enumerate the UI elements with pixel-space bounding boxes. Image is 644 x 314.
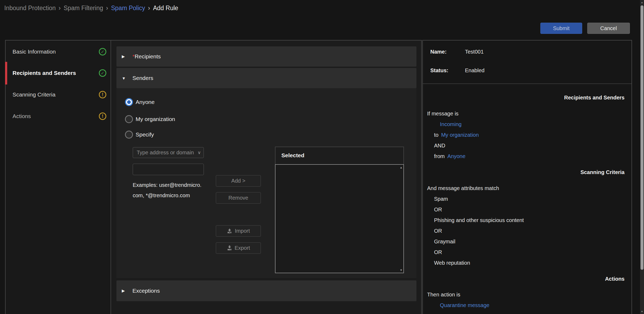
summary-text: If message is: [423, 108, 631, 119]
scrollbar-up-icon[interactable]: ▲: [640, 1, 644, 4]
summary-criteria-item: Spam: [423, 194, 631, 204]
recipients-accordion-header[interactable]: ▶ *Recipients: [116, 46, 416, 67]
scrollbar-down-icon[interactable]: ▼: [640, 310, 644, 313]
summary-criteria-item: Web reputation: [423, 257, 631, 268]
summary-criteria-operator: OR: [423, 247, 631, 257]
sidebar-item-label: Recipients and Senders: [13, 70, 99, 76]
summary-to-link[interactable]: My organization: [441, 132, 479, 138]
breadcrumb-spam-policy-link[interactable]: Spam Policy: [111, 5, 145, 11]
sidebar-item-recipients-and-senders[interactable]: Recipients and Senders ✓: [6, 67, 111, 79]
summary-text: Then action is: [423, 289, 631, 300]
status-complete-icon: ✓: [99, 69, 106, 77]
status-label: Status:: [430, 65, 448, 76]
radio-label: My organization: [136, 116, 175, 122]
examples-hint: Examples: user@trendmicro.com, *@trendmi…: [133, 180, 204, 201]
breadcrumb-add-rule: Add Rule: [153, 5, 178, 11]
add-button-label: Add >: [231, 178, 245, 184]
chevron-right-icon: ▶: [122, 54, 132, 59]
summary-criteria-operator: OR: [423, 204, 631, 215]
sidebar-item-basic-information[interactable]: Basic Information ✓: [6, 46, 111, 58]
summary-criteria-item: Graymail: [423, 236, 631, 247]
breadcrumb-spam-filtering[interactable]: Spam Filtering: [64, 5, 103, 11]
senders-section-body: Anyone My organization Specify Type addr…: [116, 88, 416, 278]
rule-summary-panel: Name: Test001 Status: Enabled Recipients…: [422, 40, 632, 314]
remove-button-label: Remove: [228, 195, 248, 201]
rule-editor-panel: Basic Information ✓ Recipients and Sende…: [5, 40, 422, 314]
step-sidebar: Basic Information ✓ Recipients and Sende…: [6, 41, 111, 314]
breadcrumb-separator: ›: [59, 5, 61, 11]
status-warning-icon: !: [99, 91, 106, 98]
submit-button[interactable]: Submit: [540, 23, 582, 34]
summary-action-link[interactable]: Quarantine message: [440, 302, 489, 308]
radio-anyone[interactable]: Anyone: [125, 98, 155, 106]
chevron-down-icon: ▼: [122, 76, 132, 80]
radio-selected-icon: [125, 98, 133, 106]
summary-criteria-operator: OR: [423, 226, 631, 236]
recipients-accordion-title: Recipients: [135, 53, 161, 59]
export-icon: [227, 245, 232, 251]
summary-heading-scanning-criteria: Scanning Criteria: [423, 167, 631, 178]
scrollbar-thumb[interactable]: [641, 5, 643, 270]
summary-status-row: Status: Enabled: [423, 65, 631, 76]
status-warning-icon: !: [99, 112, 106, 120]
status-complete-icon: ✓: [99, 48, 106, 55]
address-type-select-value: Type address or domain: [137, 150, 194, 155]
window-scrollbar[interactable]: ▲ ▼: [640, 0, 644, 314]
import-icon: [227, 228, 232, 234]
sidebar-item-label: Actions: [13, 113, 99, 119]
status-value: Enabled: [465, 65, 484, 76]
name-label: Name:: [430, 46, 447, 58]
export-button-label: Export: [235, 245, 250, 251]
scroll-down-icon[interactable]: ▼: [400, 268, 403, 272]
selected-list-header: Selected: [275, 147, 404, 164]
radio-unselected-icon: [125, 115, 133, 123]
sidebar-item-label: Scanning Criteria: [13, 91, 99, 98]
summary-heading-actions: Actions: [423, 273, 631, 284]
summary-direction-link[interactable]: Incoming: [440, 121, 461, 127]
name-value: Test001: [465, 46, 484, 58]
breadcrumb-inbound-protection[interactable]: Inbound Protection: [4, 5, 56, 11]
address-type-select[interactable]: Type address or domain ∨: [133, 147, 204, 158]
summary-criteria-item: Phishing and other suspicious content: [423, 215, 631, 226]
address-input[interactable]: [133, 164, 204, 175]
sidebar-item-label: Basic Information: [13, 49, 99, 55]
summary-operator: AND: [423, 140, 631, 151]
import-button-label: Import: [235, 228, 250, 234]
radio-specify[interactable]: Specify: [125, 130, 154, 139]
exceptions-accordion-title: Exceptions: [132, 288, 160, 294]
selected-listbox[interactable]: ▲ ▼: [275, 164, 404, 273]
exceptions-accordion-header[interactable]: ▶ Exceptions: [116, 280, 416, 301]
senders-accordion-header[interactable]: ▼ Senders: [116, 68, 416, 88]
sidebar-item-actions[interactable]: Actions !: [6, 110, 111, 122]
summary-divider: [423, 83, 631, 84]
cancel-button[interactable]: Cancel: [587, 23, 630, 34]
scroll-up-icon[interactable]: ▲: [400, 166, 403, 169]
export-button[interactable]: Export: [216, 242, 261, 254]
chevron-down-icon: ∨: [198, 147, 201, 158]
sidebar-item-scanning-criteria[interactable]: Scanning Criteria !: [6, 89, 111, 100]
senders-accordion-title: Senders: [132, 75, 153, 81]
radio-label: Anyone: [136, 99, 155, 105]
remove-button[interactable]: Remove: [216, 192, 261, 204]
summary-text: from: [434, 153, 445, 159]
chevron-right-icon: ▶: [122, 288, 132, 293]
radio-my-organization[interactable]: My organization: [125, 115, 175, 123]
summary-heading-recipients-senders: Recipients and Senders: [423, 92, 631, 103]
summary-from-link[interactable]: Anyone: [447, 153, 465, 159]
breadcrumb: Inbound Protection›Spam Filtering›Spam P…: [4, 4, 178, 12]
add-button[interactable]: Add >: [216, 175, 261, 187]
required-asterisk: *: [132, 53, 135, 59]
radio-unselected-icon: [125, 131, 133, 139]
summary-text: And message attributes match: [423, 183, 631, 194]
breadcrumb-separator: ›: [106, 5, 108, 11]
import-button[interactable]: Import: [216, 225, 261, 237]
summary-content: Recipients and Senders If message is Inc…: [423, 92, 631, 311]
summary-name-row: Name: Test001: [423, 46, 631, 58]
radio-label: Specify: [136, 131, 154, 138]
summary-text: to: [434, 132, 439, 138]
recipients-senders-editor: ▶ *Recipients ▼ Senders Anyone My organi…: [112, 41, 421, 314]
breadcrumb-separator: ›: [148, 5, 150, 11]
